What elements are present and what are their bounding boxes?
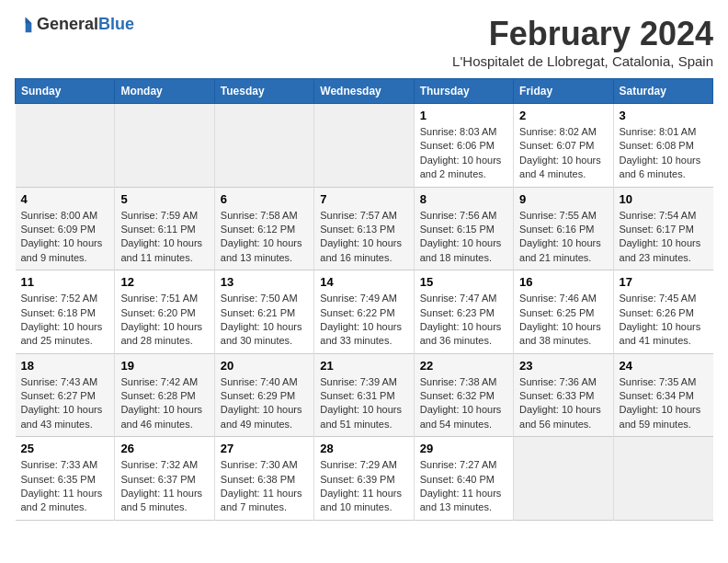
day-info: Sunrise: 7:56 AM Sunset: 6:15 PM Dayligh…	[420, 209, 507, 266]
day-info: Sunrise: 7:59 AM Sunset: 6:11 PM Dayligh…	[120, 209, 208, 266]
day-number: 25	[21, 442, 109, 455]
calendar-cell: 16Sunrise: 7:46 AM Sunset: 6:25 PM Dayli…	[514, 270, 613, 354]
day-info: Sunrise: 8:02 AM Sunset: 6:07 PM Dayligh…	[519, 125, 607, 182]
calendar-cell	[214, 104, 313, 188]
day-info: Sunrise: 7:55 AM Sunset: 6:16 PM Dayligh…	[519, 209, 607, 266]
svg-marker-1	[26, 17, 32, 23]
page-header: GeneralBlue February 2024 L'Hospitalet d…	[15, 15, 713, 69]
day-number: 11	[21, 275, 109, 289]
day-info: Sunrise: 7:29 AM Sunset: 6:39 PM Dayligh…	[320, 458, 407, 515]
weekday-header-thursday: Thursday	[414, 79, 513, 104]
day-info: Sunrise: 7:42 AM Sunset: 6:28 PM Dayligh…	[120, 375, 208, 432]
calendar-header: SundayMondayTuesdayWednesdayThursdayFrid…	[16, 79, 713, 104]
day-info: Sunrise: 7:58 AM Sunset: 6:12 PM Dayligh…	[221, 209, 308, 266]
day-number: 29	[420, 442, 507, 455]
day-number: 14	[320, 275, 407, 289]
calendar-cell: 11Sunrise: 7:52 AM Sunset: 6:18 PM Dayli…	[16, 270, 115, 354]
day-info: Sunrise: 7:33 AM Sunset: 6:35 PM Dayligh…	[21, 458, 109, 515]
day-number: 18	[21, 359, 109, 373]
day-info: Sunrise: 7:35 AM Sunset: 6:34 PM Dayligh…	[620, 375, 708, 432]
calendar-cell: 8Sunrise: 7:56 AM Sunset: 6:15 PM Daylig…	[414, 187, 513, 270]
weekday-header-row: SundayMondayTuesdayWednesdayThursdayFrid…	[16, 79, 713, 104]
weekday-header-sunday: Sunday	[16, 79, 115, 104]
day-number: 20	[221, 359, 308, 373]
day-number: 10	[620, 192, 708, 206]
day-number: 3	[620, 109, 708, 122]
calendar-cell: 3Sunrise: 8:01 AM Sunset: 6:08 PM Daylig…	[613, 104, 712, 188]
day-info: Sunrise: 7:36 AM Sunset: 6:33 PM Dayligh…	[519, 375, 607, 432]
calendar-cell: 24Sunrise: 7:35 AM Sunset: 6:34 PM Dayli…	[613, 353, 712, 437]
day-info: Sunrise: 7:40 AM Sunset: 6:29 PM Dayligh…	[221, 375, 308, 432]
day-info: Sunrise: 7:43 AM Sunset: 6:27 PM Dayligh…	[21, 375, 109, 432]
day-info: Sunrise: 8:01 AM Sunset: 6:08 PM Dayligh…	[620, 125, 708, 182]
day-number: 6	[221, 192, 308, 206]
day-number: 24	[620, 359, 708, 373]
day-number: 7	[320, 192, 407, 206]
day-info: Sunrise: 7:52 AM Sunset: 6:18 PM Dayligh…	[21, 292, 109, 349]
day-info: Sunrise: 7:39 AM Sunset: 6:31 PM Dayligh…	[320, 375, 407, 432]
calendar-cell: 19Sunrise: 7:42 AM Sunset: 6:28 PM Dayli…	[115, 353, 214, 437]
calendar-cell: 5Sunrise: 7:59 AM Sunset: 6:11 PM Daylig…	[115, 187, 214, 270]
subtitle: L'Hospitalet de Llobregat, Catalonia, Sp…	[452, 53, 713, 69]
day-info: Sunrise: 7:54 AM Sunset: 6:17 PM Dayligh…	[620, 209, 708, 266]
calendar-row: 25Sunrise: 7:33 AM Sunset: 6:35 PM Dayli…	[16, 437, 713, 521]
calendar-row: 1Sunrise: 8:03 AM Sunset: 6:06 PM Daylig…	[16, 104, 713, 188]
calendar-cell: 7Sunrise: 7:57 AM Sunset: 6:13 PM Daylig…	[314, 187, 414, 270]
day-number: 9	[519, 192, 607, 206]
calendar-cell: 27Sunrise: 7:30 AM Sunset: 6:38 PM Dayli…	[214, 437, 313, 521]
day-number: 21	[320, 359, 407, 373]
calendar-cell: 26Sunrise: 7:32 AM Sunset: 6:37 PM Dayli…	[115, 437, 214, 521]
calendar-cell: 2Sunrise: 8:02 AM Sunset: 6:07 PM Daylig…	[514, 104, 613, 188]
weekday-header-wednesday: Wednesday	[314, 79, 414, 104]
day-info: Sunrise: 7:32 AM Sunset: 6:37 PM Dayligh…	[120, 458, 208, 515]
day-number: 27	[221, 442, 308, 455]
calendar-cell	[16, 104, 115, 188]
calendar-cell	[514, 437, 613, 521]
calendar-cell: 22Sunrise: 7:38 AM Sunset: 6:32 PM Dayli…	[414, 353, 513, 437]
calendar-cell	[613, 437, 712, 521]
calendar-cell: 13Sunrise: 7:50 AM Sunset: 6:21 PM Dayli…	[214, 270, 313, 354]
calendar-cell: 21Sunrise: 7:39 AM Sunset: 6:31 PM Dayli…	[314, 353, 414, 437]
day-number: 26	[120, 442, 208, 455]
calendar-body: 1Sunrise: 8:03 AM Sunset: 6:06 PM Daylig…	[16, 104, 713, 521]
day-info: Sunrise: 8:00 AM Sunset: 6:09 PM Dayligh…	[21, 209, 109, 266]
calendar-cell: 17Sunrise: 7:45 AM Sunset: 6:26 PM Dayli…	[613, 270, 712, 354]
calendar-cell: 1Sunrise: 8:03 AM Sunset: 6:06 PM Daylig…	[414, 104, 513, 188]
day-info: Sunrise: 7:57 AM Sunset: 6:13 PM Dayligh…	[320, 209, 407, 266]
day-number: 13	[221, 275, 308, 289]
day-number: 5	[120, 192, 208, 206]
logo-general: General	[37, 15, 98, 33]
calendar-table: SundayMondayTuesdayWednesdayThursdayFrid…	[15, 78, 713, 521]
calendar-row: 11Sunrise: 7:52 AM Sunset: 6:18 PM Dayli…	[16, 270, 713, 354]
main-title: February 2024	[452, 15, 713, 53]
calendar-cell: 6Sunrise: 7:58 AM Sunset: 6:12 PM Daylig…	[214, 187, 313, 270]
logo-icon	[15, 16, 33, 34]
calendar-cell	[314, 104, 414, 188]
calendar-cell: 14Sunrise: 7:49 AM Sunset: 6:22 PM Dayli…	[314, 270, 414, 354]
day-info: Sunrise: 7:27 AM Sunset: 6:40 PM Dayligh…	[420, 458, 507, 515]
title-section: February 2024 L'Hospitalet de Llobregat,…	[452, 15, 713, 69]
day-number: 8	[420, 192, 507, 206]
calendar-cell: 9Sunrise: 7:55 AM Sunset: 6:16 PM Daylig…	[514, 187, 613, 270]
calendar-cell: 18Sunrise: 7:43 AM Sunset: 6:27 PM Dayli…	[16, 353, 115, 437]
logo-blue: Blue	[98, 15, 134, 33]
calendar-cell: 29Sunrise: 7:27 AM Sunset: 6:40 PM Dayli…	[414, 437, 513, 521]
day-number: 4	[21, 192, 109, 206]
calendar-row: 4Sunrise: 8:00 AM Sunset: 6:09 PM Daylig…	[16, 187, 713, 270]
day-number: 12	[120, 275, 208, 289]
calendar-cell	[115, 104, 214, 188]
logo: GeneralBlue	[15, 15, 134, 34]
day-number: 1	[420, 109, 507, 122]
day-number: 15	[420, 275, 507, 289]
calendar-cell: 25Sunrise: 7:33 AM Sunset: 6:35 PM Dayli…	[16, 437, 115, 521]
day-info: Sunrise: 7:50 AM Sunset: 6:21 PM Dayligh…	[221, 292, 308, 349]
day-info: Sunrise: 7:38 AM Sunset: 6:32 PM Dayligh…	[420, 375, 507, 432]
calendar-cell: 28Sunrise: 7:29 AM Sunset: 6:39 PM Dayli…	[314, 437, 414, 521]
weekday-header-monday: Monday	[115, 79, 214, 104]
day-number: 19	[120, 359, 208, 373]
day-number: 23	[519, 359, 607, 373]
weekday-header-friday: Friday	[514, 79, 613, 104]
day-info: Sunrise: 7:30 AM Sunset: 6:38 PM Dayligh…	[221, 458, 308, 515]
calendar-cell: 23Sunrise: 7:36 AM Sunset: 6:33 PM Dayli…	[514, 353, 613, 437]
day-number: 28	[320, 442, 407, 455]
